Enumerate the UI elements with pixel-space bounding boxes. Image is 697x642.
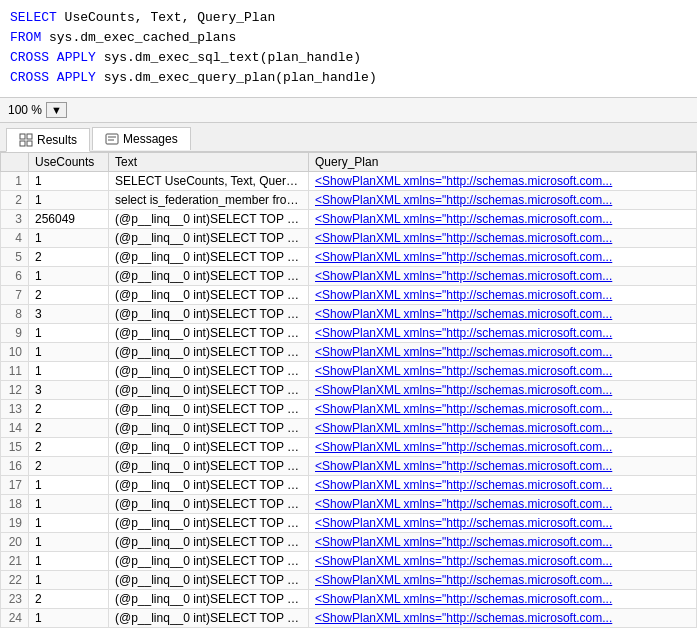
zoom-value: 100 % (8, 103, 42, 117)
table-row: 11SELECT UseCounts, Text, Query_Plan FRO… (1, 171, 697, 190)
cell-queryplan[interactable]: <ShowPlanXML xmlns="http://schemas.micro… (309, 361, 697, 380)
cell-usecounts: 2 (29, 589, 109, 608)
cell-text: (@p__linq__0 int)SELECT TOP (2) [Extent1… (109, 532, 309, 551)
cell-queryplan[interactable]: <ShowPlanXML xmlns="http://schemas.micro… (309, 323, 697, 342)
cell-queryplan[interactable]: <ShowPlanXML xmlns="http://schemas.micro… (309, 608, 697, 627)
cell-usecounts: 1 (29, 494, 109, 513)
row-number: 11 (1, 361, 29, 380)
table-row: 3256049(@p__linq__0 int)SELECT TOP (2) [… (1, 209, 697, 228)
svg-rect-3 (27, 141, 32, 146)
table-row: 232(@p__linq__0 int)SELECT TOP (2) [Exte… (1, 589, 697, 608)
cell-queryplan[interactable]: <ShowPlanXML xmlns="http://schemas.micro… (309, 266, 697, 285)
cell-text: (@p__linq__0 int)SELECT TOP (2) [Extent1… (109, 361, 309, 380)
cell-text: (@p__linq__0 int)SELECT TOP (2) [Extent1… (109, 342, 309, 361)
cell-queryplan[interactable]: <ShowPlanXML xmlns="http://schemas.micro… (309, 209, 697, 228)
table-row: 101(@p__linq__0 int)SELECT TOP (2) [Exte… (1, 342, 697, 361)
cell-queryplan[interactable]: <ShowPlanXML xmlns="http://schemas.micro… (309, 551, 697, 570)
table-row: 132(@p__linq__0 int)SELECT TOP (2) [Exte… (1, 399, 697, 418)
row-number: 1 (1, 171, 29, 190)
row-number: 7 (1, 285, 29, 304)
cell-queryplan[interactable]: <ShowPlanXML xmlns="http://schemas.micro… (309, 399, 697, 418)
cell-queryplan[interactable]: <ShowPlanXML xmlns="http://schemas.micro… (309, 589, 697, 608)
cell-text: (@p__linq__0 int)SELECT TOP (2) [Extent1… (109, 437, 309, 456)
cell-usecounts: 1 (29, 570, 109, 589)
table-header: UseCountsTextQuery_Plan (1, 152, 697, 171)
row-number: 3 (1, 209, 29, 228)
row-number: 6 (1, 266, 29, 285)
table-row: 241(@p__linq__0 int)SELECT TOP (2) [Exte… (1, 608, 697, 627)
cell-text: (@p__linq__0 int)SELECT TOP (2) [Extent1… (109, 247, 309, 266)
row-number: 4 (1, 228, 29, 247)
tab-results[interactable]: Results (6, 128, 90, 152)
zoom-bar: 100 % ▼ (0, 98, 697, 123)
table-row: 72(@p__linq__0 int)SELECT TOP (2) [Exten… (1, 285, 697, 304)
cell-queryplan[interactable]: <ShowPlanXML xmlns="http://schemas.micro… (309, 437, 697, 456)
cell-text: (@p__linq__0 int)SELECT TOP (2) [Extent1… (109, 418, 309, 437)
svg-rect-4 (106, 134, 118, 144)
cell-text: (@p__linq__0 int)SELECT TOP (2) [Extent1… (109, 266, 309, 285)
cell-usecounts: 1 (29, 342, 109, 361)
cell-queryplan[interactable]: <ShowPlanXML xmlns="http://schemas.micro… (309, 342, 697, 361)
cell-queryplan[interactable]: <ShowPlanXML xmlns="http://schemas.micro… (309, 228, 697, 247)
cell-queryplan[interactable]: <ShowPlanXML xmlns="http://schemas.micro… (309, 247, 697, 266)
svg-rect-0 (20, 134, 25, 139)
row-number: 21 (1, 551, 29, 570)
row-number: 23 (1, 589, 29, 608)
table-row: 162(@p__linq__0 int)SELECT TOP (2) [Exte… (1, 456, 697, 475)
row-number: 5 (1, 247, 29, 266)
cell-usecounts: 1 (29, 190, 109, 209)
cell-text: (@p__linq__0 int)SELECT TOP (2) [Extent1… (109, 570, 309, 589)
table-row: 221(@p__linq__0 int)SELECT TOP (2) [Exte… (1, 570, 697, 589)
cell-text: (@p__linq__0 int)SELECT TOP (2) [Extent1… (109, 551, 309, 570)
table-body: 11SELECT UseCounts, Text, Query_Plan FRO… (1, 171, 697, 627)
cell-usecounts: 1 (29, 532, 109, 551)
cell-usecounts: 1 (29, 608, 109, 627)
table-row: 181(@p__linq__0 int)SELECT TOP (2) [Exte… (1, 494, 697, 513)
cell-queryplan[interactable]: <ShowPlanXML xmlns="http://schemas.micro… (309, 513, 697, 532)
table-row: 61(@p__linq__0 int)SELECT TOP (2) [Exten… (1, 266, 697, 285)
zoom-dropdown[interactable]: ▼ (46, 102, 67, 118)
table-row: 152(@p__linq__0 int)SELECT TOP (2) [Exte… (1, 437, 697, 456)
cell-queryplan[interactable]: <ShowPlanXML xmlns="http://schemas.micro… (309, 475, 697, 494)
cell-usecounts: 3 (29, 304, 109, 323)
cell-usecounts: 2 (29, 456, 109, 475)
tab-messages[interactable]: Messages (92, 127, 191, 150)
tabs-bar: ResultsMessages (0, 123, 697, 152)
cell-usecounts: 2 (29, 437, 109, 456)
cell-usecounts: 2 (29, 247, 109, 266)
row-number: 13 (1, 399, 29, 418)
row-number: 9 (1, 323, 29, 342)
cell-text: (@p__linq__0 int)SELECT TOP (2) [Extent1… (109, 399, 309, 418)
results-container[interactable]: UseCountsTextQuery_Plan 11SELECT UseCoun… (0, 152, 697, 632)
cell-text: select is_federation_member from sys.dat… (109, 190, 309, 209)
cell-text: (@p__linq__0 int)SELECT TOP (2) [Extent1… (109, 323, 309, 342)
row-number: 18 (1, 494, 29, 513)
table-row: 142(@p__linq__0 int)SELECT TOP (2) [Exte… (1, 418, 697, 437)
cell-usecounts: 1 (29, 323, 109, 342)
cell-queryplan[interactable]: <ShowPlanXML xmlns="http://schemas.micro… (309, 171, 697, 190)
cell-text: (@p__linq__0 int)SELECT TOP (2) [Extent1… (109, 494, 309, 513)
cell-text: (@p__linq__0 int)SELECT TOP (2) [Extent1… (109, 589, 309, 608)
cell-text: SELECT UseCounts, Text, Query_Plan FROM … (109, 171, 309, 190)
cell-queryplan[interactable]: <ShowPlanXML xmlns="http://schemas.micro… (309, 570, 697, 589)
row-number: 15 (1, 437, 29, 456)
tab-label: Messages (123, 132, 178, 146)
row-number: 16 (1, 456, 29, 475)
cell-queryplan[interactable]: <ShowPlanXML xmlns="http://schemas.micro… (309, 532, 697, 551)
col-header-UseCounts: UseCounts (29, 152, 109, 171)
cell-queryplan[interactable]: <ShowPlanXML xmlns="http://schemas.micro… (309, 418, 697, 437)
cell-queryplan[interactable]: <ShowPlanXML xmlns="http://schemas.micro… (309, 190, 697, 209)
cell-text: (@p__linq__0 int)SELECT TOP (2) [Extent1… (109, 456, 309, 475)
cell-usecounts: 2 (29, 418, 109, 437)
cell-queryplan[interactable]: <ShowPlanXML xmlns="http://schemas.micro… (309, 304, 697, 323)
cell-queryplan[interactable]: <ShowPlanXML xmlns="http://schemas.micro… (309, 494, 697, 513)
table-row: 171(@p__linq__0 int)SELECT TOP (2) [Exte… (1, 475, 697, 494)
grid-icon (19, 133, 33, 147)
table-row: 21select is_federation_member from sys.d… (1, 190, 697, 209)
cell-text: (@p__linq__0 int)SELECT TOP (2) [Extent1… (109, 228, 309, 247)
cell-queryplan[interactable]: <ShowPlanXML xmlns="http://schemas.micro… (309, 380, 697, 399)
cell-text: (@p__linq__0 int)SELECT TOP (2) [Extent1… (109, 285, 309, 304)
cell-queryplan[interactable]: <ShowPlanXML xmlns="http://schemas.micro… (309, 285, 697, 304)
cell-queryplan[interactable]: <ShowPlanXML xmlns="http://schemas.micro… (309, 456, 697, 475)
table-row: 123(@p__linq__0 int)SELECT TOP (2) [Exte… (1, 380, 697, 399)
